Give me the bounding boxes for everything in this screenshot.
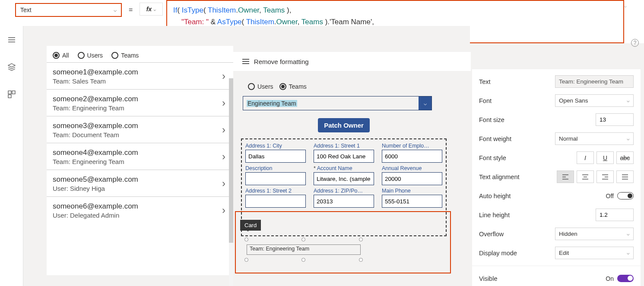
form-card-container: Address 1: CityAddress 1: Street 1Number…	[241, 138, 447, 236]
field-input[interactable]	[314, 172, 374, 185]
fx-label: fx	[146, 6, 152, 13]
left-sidebar	[0, 26, 23, 286]
field-input[interactable]	[382, 150, 442, 163]
item-subtitle: Team: Engineering Team	[53, 104, 227, 112]
item-subtitle: User: Delegated Admin	[53, 212, 227, 219]
equals-sign: =	[129, 6, 133, 14]
align-center-button[interactable]	[577, 170, 594, 183]
components-icon[interactable]	[7, 90, 16, 100]
prop-lineheight-label: Line height	[479, 212, 555, 219]
card-text-value: Team: Engineering Team	[247, 244, 361, 255]
list-item[interactable]: someone5@example.comUser: Sidney Higa›	[47, 170, 233, 196]
chevron-right-icon: ›	[222, 124, 225, 136]
property-selector-value: Text	[20, 6, 32, 13]
chevron-right-icon: ›	[222, 97, 225, 109]
form-field: Annual Revenue	[382, 165, 442, 185]
prop-displaymode-label: Display mode	[479, 250, 555, 257]
autoheight-toggle[interactable]: Off	[606, 192, 634, 199]
scroll-thumb[interactable]	[229, 78, 233, 243]
item-email: someone4@example.com	[53, 148, 227, 157]
team-combobox[interactable]: Engineering Team ⌵	[243, 96, 432, 110]
field-label: Address 1: ZIP/Po…	[314, 188, 374, 194]
filter-radio-row: All Users Teams	[47, 46, 233, 62]
layers-icon[interactable]	[7, 63, 16, 73]
list-item[interactable]: someone3@example.comTeam: Document Team›	[47, 116, 233, 143]
prop-align-label: Text alignment	[479, 174, 555, 180]
field-label: Address 1: Street 2	[245, 188, 306, 194]
detail-radio-users[interactable]: Users	[248, 83, 273, 90]
item-subtitle: Team: Document Team	[53, 131, 227, 138]
help-icon[interactable]: ?	[631, 39, 639, 47]
form-field: * Account Name	[314, 165, 374, 185]
fx-button[interactable]: fx ⌵	[140, 3, 163, 16]
prop-font-dropdown[interactable]: Open Sans⌵	[555, 94, 634, 107]
expand-formula-icon[interactable]: ⌵	[624, 3, 627, 8]
form-field: Number of Emplo…	[382, 143, 442, 163]
field-input[interactable]	[245, 150, 306, 163]
field-label: Description	[245, 165, 306, 171]
prop-text-label: Text	[479, 78, 555, 85]
radio-all[interactable]: All	[53, 52, 69, 59]
form-field: Address 1: Street 2	[245, 188, 306, 208]
remove-formatting-label: Remove formatting	[254, 58, 309, 65]
field-input[interactable]	[245, 195, 306, 208]
field-label: Main Phone	[382, 188, 442, 194]
prop-visible-label: Visible	[479, 275, 555, 282]
form-field: Main Phone	[382, 188, 442, 208]
field-label: Address 1: Street 1	[314, 143, 374, 149]
align-left-button[interactable]	[557, 170, 574, 183]
prop-fontweight-dropdown[interactable]: Normal⌵	[555, 132, 634, 145]
field-input[interactable]	[382, 172, 442, 185]
property-selector[interactable]: Text ⌵	[15, 3, 122, 17]
svg-rect-0	[8, 91, 11, 94]
list-item[interactable]: someone4@example.comTeam: Engineering Te…	[47, 143, 233, 170]
chevron-right-icon: ›	[222, 177, 225, 190]
prop-overflow-label: Overflow	[479, 231, 555, 238]
item-subtitle: Team: Sales Team	[53, 77, 227, 85]
item-email: someone5@example.com	[53, 175, 227, 184]
list-item[interactable]: someone2@example.comTeam: Engineering Te…	[47, 89, 233, 116]
combobox-value: Engineering Team	[247, 100, 297, 107]
svg-rect-1	[12, 91, 15, 94]
radio-teams[interactable]: Teams	[111, 52, 139, 59]
field-label: Number of Emplo…	[382, 143, 442, 149]
patch-owner-button[interactable]: Patch Owner	[318, 118, 370, 132]
chevron-right-icon: ›	[222, 70, 225, 82]
selected-card[interactable]: Team: Engineering Team	[247, 240, 361, 260]
field-input[interactable]	[314, 150, 374, 163]
prop-displaymode-dropdown[interactable]: Edit⌵	[555, 247, 634, 259]
svg-rect-2	[8, 95, 11, 98]
item-email: someone1@example.com	[53, 68, 227, 77]
field-input[interactable]	[382, 195, 442, 208]
prop-fontstyle-label: Font style	[479, 154, 555, 161]
list-item[interactable]: someone6@example.comUser: Delegated Admi…	[47, 196, 233, 223]
field-input[interactable]	[245, 172, 306, 185]
remove-formatting-button[interactable]: Remove formatting	[242, 58, 309, 65]
italic-button[interactable]: I	[577, 151, 594, 164]
field-label: Address 1: City	[245, 143, 306, 149]
field-label: * Account Name	[314, 165, 374, 171]
strike-button[interactable]: abc	[616, 151, 634, 164]
visible-toggle[interactable]: On	[606, 275, 634, 282]
prop-lineheight-input[interactable]	[596, 209, 634, 221]
detail-radio-teams[interactable]: Teams	[279, 83, 307, 90]
scrollbar[interactable]	[229, 78, 233, 286]
field-label: Annual Revenue	[382, 165, 442, 171]
prop-fontsize-label: Font size	[479, 116, 555, 123]
align-right-button[interactable]	[596, 170, 614, 183]
underline-button[interactable]: U	[596, 151, 614, 164]
item-subtitle: Team: Engineering Team	[53, 158, 227, 165]
item-email: someone3@example.com	[53, 122, 227, 130]
chevron-down-icon[interactable]: ⌵	[419, 96, 431, 110]
prop-overflow-dropdown[interactable]: Hidden⌵	[555, 228, 634, 240]
item-email: someone2@example.com	[53, 95, 227, 103]
prop-fontsize-input[interactable]	[596, 113, 634, 126]
align-justify-button[interactable]	[616, 170, 634, 183]
prop-fontweight-label: Font weight	[479, 135, 555, 142]
card-tooltip: Card	[240, 220, 261, 231]
field-input[interactable]	[314, 195, 374, 208]
prop-text-value[interactable]: Team: Engineering Team	[555, 75, 634, 88]
tree-view-icon[interactable]	[7, 35, 16, 45]
radio-users[interactable]: Users	[78, 52, 103, 59]
list-item[interactable]: someone1@example.comTeam: Sales Team›	[47, 63, 233, 89]
